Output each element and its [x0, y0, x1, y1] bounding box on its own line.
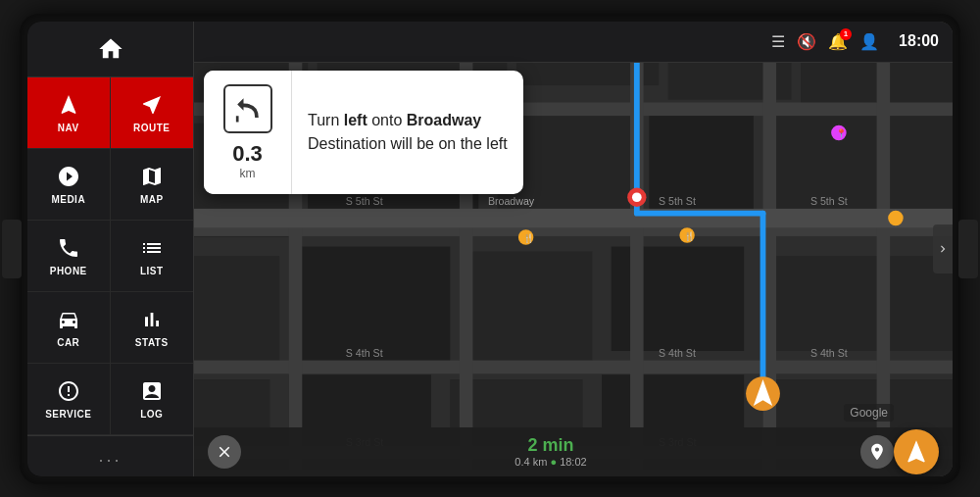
google-label: Google: [850, 406, 888, 420]
svg-point-32: [632, 192, 642, 202]
nav-destination-text: Destination will be on the left: [308, 135, 508, 152]
sidebar-grid: NAV ROUTE MEDIA: [27, 77, 193, 435]
car-label: CAR: [57, 337, 79, 348]
media-label: MEDIA: [51, 194, 85, 205]
sidebar-item-stats[interactable]: STATS: [111, 292, 194, 364]
chevron-right-icon: [936, 242, 950, 256]
mount-right: [958, 220, 978, 278]
sidebar-item-nav[interactable]: NAV: [27, 77, 111, 149]
nav-instruction-text: Turn left onto Broadway Destination will…: [308, 109, 508, 156]
route-distance: 0.4 km: [514, 456, 547, 468]
service-label: SERVICE: [45, 409, 91, 420]
svg-rect-15: [763, 256, 954, 351]
svg-text:🍴: 🍴: [523, 231, 534, 243]
device-screen: NAV ROUTE MEDIA: [27, 22, 953, 476]
mute-icon[interactable]: 🔇: [797, 32, 816, 51]
sidebar-item-phone[interactable]: PHONE: [27, 221, 111, 292]
nav-icon: [55, 91, 82, 119]
close-icon: [216, 443, 233, 461]
top-bar: ☰ 🔇 🔔 1 👤 18:00: [194, 22, 953, 63]
sidebar: NAV ROUTE MEDIA: [27, 22, 194, 476]
svg-text:S 5th St: S 5th St: [659, 195, 696, 207]
eta-time: 2 min: [527, 435, 573, 456]
list-label: LIST: [140, 266, 164, 276]
sidebar-item-media[interactable]: MEDIA: [27, 149, 111, 221]
map-icon: [138, 163, 166, 190]
nav-card-distance-section: 0.3 km: [204, 71, 292, 194]
turn-left-arrow: [223, 84, 272, 133]
nav-label: NAV: [58, 123, 79, 133]
right-panel-toggle[interactable]: [933, 224, 953, 273]
sidebar-item-route[interactable]: ROUTE: [111, 77, 194, 149]
sidebar-item-list[interactable]: LIST: [111, 221, 194, 292]
log-label: LOG: [140, 409, 163, 420]
car-icon: [55, 306, 82, 333]
log-icon: [138, 377, 166, 405]
svg-text:Broadway: Broadway: [488, 195, 535, 207]
main-area: ☰ 🔇 🔔 1 👤 18:00: [194, 22, 953, 476]
svg-rect-13: [469, 251, 593, 360]
media-icon: [55, 163, 82, 190]
home-icon: [97, 35, 124, 63]
notification-badge-count: 1: [840, 28, 852, 40]
mount-left: [2, 220, 22, 278]
compass-icon: [903, 438, 930, 466]
notification-bell[interactable]: 🔔 1: [828, 32, 848, 51]
svg-rect-11: [194, 256, 279, 360]
route-details: 0.4 km ● 18:02: [514, 456, 586, 468]
svg-text:S 4th St: S 4th St: [810, 346, 848, 358]
svg-rect-23: [194, 360, 953, 373]
route-icon: [867, 442, 887, 462]
google-badge: Google: [844, 404, 894, 422]
sidebar-home-button[interactable]: [27, 22, 193, 77]
top-bar-icons: ☰ 🔇 🔔 1 👤: [771, 32, 879, 51]
svg-rect-30: [194, 208, 953, 226]
sidebar-item-log[interactable]: LOG: [111, 364, 194, 435]
stats-icon: [138, 306, 166, 333]
eta-info: 2 min 0.4 km ● 18:02: [241, 435, 860, 468]
topbar-time: 18:00: [899, 32, 939, 50]
sidebar-more[interactable]: ...: [27, 435, 193, 476]
nav-card-text-section: Turn left onto Broadway Destination will…: [292, 71, 523, 194]
svg-text:S 4th St: S 4th St: [346, 346, 383, 358]
svg-text:📍: 📍: [836, 127, 847, 139]
list-icon: [138, 234, 166, 262]
sidebar-item-map[interactable]: MAP: [111, 149, 194, 221]
svg-text:🍴: 🍴: [684, 229, 695, 241]
svg-text:S 5th St: S 5th St: [810, 195, 848, 207]
sidebar-item-car[interactable]: CAR: [27, 292, 111, 364]
stats-label: STATS: [135, 337, 169, 348]
nav-distance-unit: km: [240, 167, 256, 180]
svg-text:S 5th St: S 5th St: [346, 195, 383, 207]
turn-left-icon: [230, 91, 266, 126]
bottom-bar: 2 min 0.4 km ● 18:02: [194, 427, 953, 476]
more-dots: ...: [98, 446, 122, 467]
route-options-button[interactable]: [860, 435, 894, 469]
route-label: ROUTE: [133, 123, 171, 133]
nav-distance-value: 0.3: [232, 141, 263, 167]
phone-label: PHONE: [50, 266, 87, 276]
svg-point-50: [888, 210, 903, 224]
svg-rect-10: [772, 109, 953, 218]
route-icon: [138, 91, 166, 119]
menu-icon[interactable]: ☰: [771, 32, 785, 51]
map-container: S 5th St S 5th St S 5th St S 4th St S 4t…: [194, 22, 953, 476]
svg-rect-12: [298, 246, 450, 360]
user-icon[interactable]: 👤: [859, 32, 879, 51]
compass-button[interactable]: [894, 429, 939, 474]
sidebar-item-service[interactable]: SERVICE: [27, 364, 111, 435]
device-frame: NAV ROUTE MEDIA: [20, 14, 960, 484]
nav-instruction-card: 0.3 km Turn left onto Broadway Destinati…: [204, 71, 523, 194]
phone-icon: [55, 234, 82, 262]
arrival-time: 18:02: [560, 456, 587, 468]
dot-separator: ●: [550, 456, 560, 468]
map-label: MAP: [140, 194, 164, 205]
svg-rect-29: [877, 28, 891, 470]
service-icon: [55, 377, 82, 405]
svg-text:S 4th St: S 4th St: [659, 346, 696, 358]
close-navigation-button[interactable]: [208, 435, 241, 469]
